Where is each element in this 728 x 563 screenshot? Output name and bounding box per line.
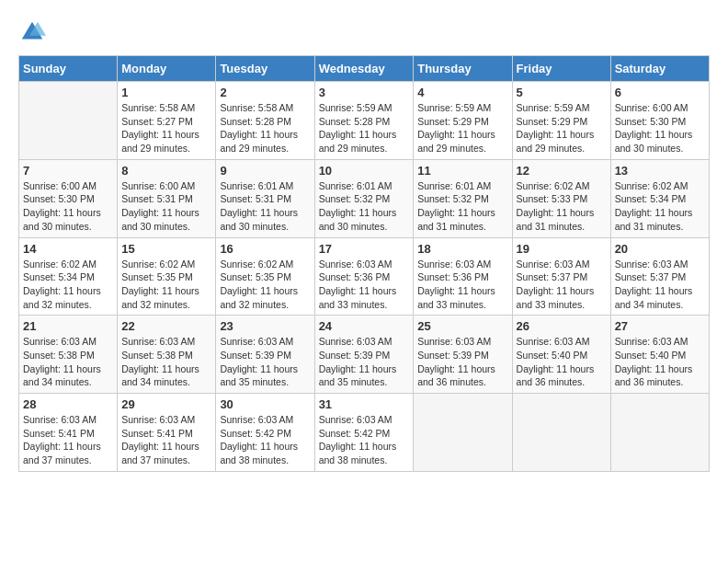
calendar-cell: 21Sunrise: 6:03 AMSunset: 5:38 PMDayligh… (19, 316, 118, 394)
day-info: Sunrise: 6:01 AMSunset: 5:32 PMDaylight:… (319, 179, 410, 234)
calendar-cell: 2Sunrise: 5:58 AMSunset: 5:28 PMDaylight… (216, 82, 314, 160)
day-info: Sunrise: 6:03 AMSunset: 5:36 PMDaylight:… (319, 258, 410, 312)
calendar-cell: 14Sunrise: 6:02 AMSunset: 5:34 PMDayligh… (19, 237, 118, 316)
day-number: 25 (417, 319, 507, 333)
calendar-cell (414, 394, 512, 472)
calendar-cell: 9Sunrise: 6:01 AMSunset: 5:31 PMDaylight… (216, 159, 314, 237)
day-header-saturday: Saturday (610, 56, 709, 82)
calendar-cell (19, 82, 118, 160)
day-info: Sunrise: 6:01 AMSunset: 5:31 PMDaylight:… (220, 179, 310, 234)
day-header-sunday: Sunday (19, 56, 118, 82)
day-info: Sunrise: 6:03 AMSunset: 5:42 PMDaylight:… (319, 413, 410, 467)
calendar-cell: 10Sunrise: 6:01 AMSunset: 5:32 PMDayligh… (314, 159, 414, 237)
day-info: Sunrise: 6:03 AMSunset: 5:38 PMDaylight:… (121, 335, 211, 389)
calendar-cell: 20Sunrise: 6:03 AMSunset: 5:37 PMDayligh… (610, 237, 709, 316)
day-info: Sunrise: 6:02 AMSunset: 5:34 PMDaylight:… (23, 258, 113, 312)
day-info: Sunrise: 5:59 AMSunset: 5:28 PMDaylight:… (319, 101, 410, 155)
day-number: 8 (121, 164, 211, 178)
day-info: Sunrise: 6:03 AMSunset: 5:39 PMDaylight:… (417, 335, 507, 389)
day-number: 3 (319, 86, 410, 99)
day-number: 31 (319, 397, 410, 411)
day-number: 11 (417, 164, 507, 178)
day-header-wednesday: Wednesday (314, 56, 414, 82)
calendar-cell: 22Sunrise: 6:03 AMSunset: 5:38 PMDayligh… (118, 316, 216, 394)
day-info: Sunrise: 6:03 AMSunset: 5:41 PMDaylight:… (23, 413, 113, 467)
day-info: Sunrise: 6:03 AMSunset: 5:40 PMDaylight:… (517, 335, 607, 389)
calendar-cell: 1Sunrise: 5:58 AMSunset: 5:27 PMDaylight… (118, 82, 216, 160)
calendar-cell (610, 394, 709, 472)
day-info: Sunrise: 6:03 AMSunset: 5:39 PMDaylight:… (220, 335, 310, 389)
day-header-tuesday: Tuesday (216, 56, 314, 82)
calendar-week-row: 28Sunrise: 6:03 AMSunset: 5:41 PMDayligh… (19, 394, 710, 472)
day-number: 4 (417, 86, 507, 99)
day-info: Sunrise: 5:59 AMSunset: 5:29 PMDaylight:… (417, 101, 507, 155)
calendar-cell (512, 394, 610, 472)
calendar-cell: 7Sunrise: 6:00 AMSunset: 5:30 PMDaylight… (19, 159, 118, 237)
day-info: Sunrise: 6:02 AMSunset: 5:35 PMDaylight:… (121, 258, 211, 312)
day-number: 18 (417, 242, 507, 256)
calendar-cell: 17Sunrise: 6:03 AMSunset: 5:36 PMDayligh… (314, 237, 414, 316)
day-number: 16 (220, 242, 310, 256)
day-number: 27 (615, 319, 705, 333)
calendar-cell: 24Sunrise: 6:03 AMSunset: 5:39 PMDayligh… (314, 316, 414, 394)
day-info: Sunrise: 6:03 AMSunset: 5:40 PMDaylight:… (615, 335, 705, 389)
calendar-cell: 19Sunrise: 6:03 AMSunset: 5:37 PMDayligh… (512, 237, 610, 316)
calendar-cell: 8Sunrise: 6:00 AMSunset: 5:31 PMDaylight… (118, 159, 216, 237)
calendar-cell: 28Sunrise: 6:03 AMSunset: 5:41 PMDayligh… (19, 394, 118, 472)
day-number: 9 (220, 164, 310, 178)
day-number: 30 (220, 397, 310, 411)
day-header-thursday: Thursday (414, 56, 512, 82)
day-number: 26 (517, 319, 607, 333)
logo (18, 18, 50, 46)
day-number: 29 (121, 397, 211, 411)
day-info: Sunrise: 5:59 AMSunset: 5:29 PMDaylight:… (517, 101, 607, 155)
day-number: 22 (121, 319, 211, 333)
calendar-cell: 12Sunrise: 6:02 AMSunset: 5:33 PMDayligh… (512, 159, 610, 237)
day-info: Sunrise: 6:03 AMSunset: 5:39 PMDaylight:… (319, 335, 410, 389)
logo-icon (18, 18, 46, 46)
day-number: 6 (615, 86, 705, 99)
day-info: Sunrise: 6:03 AMSunset: 5:41 PMDaylight:… (121, 413, 211, 467)
calendar-cell: 4Sunrise: 5:59 AMSunset: 5:29 PMDaylight… (414, 82, 512, 160)
day-info: Sunrise: 6:03 AMSunset: 5:42 PMDaylight:… (220, 413, 310, 467)
day-number: 19 (517, 242, 607, 256)
day-info: Sunrise: 6:01 AMSunset: 5:32 PMDaylight:… (417, 179, 507, 234)
calendar-cell: 15Sunrise: 6:02 AMSunset: 5:35 PMDayligh… (118, 237, 216, 316)
calendar-week-row: 14Sunrise: 6:02 AMSunset: 5:34 PMDayligh… (19, 237, 710, 316)
day-info: Sunrise: 6:02 AMSunset: 5:34 PMDaylight:… (615, 179, 705, 234)
day-info: Sunrise: 6:00 AMSunset: 5:30 PMDaylight:… (615, 101, 705, 155)
day-number: 23 (220, 319, 310, 333)
calendar-cell: 23Sunrise: 6:03 AMSunset: 5:39 PMDayligh… (216, 316, 314, 394)
calendar-cell: 11Sunrise: 6:01 AMSunset: 5:32 PMDayligh… (414, 159, 512, 237)
day-info: Sunrise: 6:03 AMSunset: 5:38 PMDaylight:… (23, 335, 113, 389)
day-info: Sunrise: 6:00 AMSunset: 5:30 PMDaylight:… (23, 179, 113, 234)
day-number: 7 (23, 164, 113, 178)
calendar-week-row: 21Sunrise: 6:03 AMSunset: 5:38 PMDayligh… (19, 316, 710, 394)
day-info: Sunrise: 6:00 AMSunset: 5:31 PMDaylight:… (121, 179, 211, 234)
day-info: Sunrise: 6:02 AMSunset: 5:35 PMDaylight:… (220, 258, 310, 312)
calendar-cell: 30Sunrise: 6:03 AMSunset: 5:42 PMDayligh… (216, 394, 314, 472)
day-number: 20 (615, 242, 705, 256)
day-number: 15 (121, 242, 211, 256)
calendar-cell: 16Sunrise: 6:02 AMSunset: 5:35 PMDayligh… (216, 237, 314, 316)
calendar-cell: 5Sunrise: 5:59 AMSunset: 5:29 PMDaylight… (512, 82, 610, 160)
day-info: Sunrise: 5:58 AMSunset: 5:27 PMDaylight:… (121, 101, 211, 155)
calendar-cell: 31Sunrise: 6:03 AMSunset: 5:42 PMDayligh… (314, 394, 414, 472)
calendar-week-row: 1Sunrise: 5:58 AMSunset: 5:27 PMDaylight… (19, 82, 710, 160)
day-info: Sunrise: 6:03 AMSunset: 5:37 PMDaylight:… (517, 258, 607, 312)
page-header (18, 18, 710, 46)
day-number: 24 (319, 319, 410, 333)
day-info: Sunrise: 6:03 AMSunset: 5:37 PMDaylight:… (615, 258, 705, 312)
day-number: 28 (23, 397, 113, 411)
calendar-cell: 6Sunrise: 6:00 AMSunset: 5:30 PMDaylight… (610, 82, 709, 160)
day-number: 14 (23, 242, 113, 256)
calendar-cell: 25Sunrise: 6:03 AMSunset: 5:39 PMDayligh… (414, 316, 512, 394)
calendar-header-row: SundayMondayTuesdayWednesdayThursdayFrid… (19, 56, 710, 82)
day-header-monday: Monday (118, 56, 216, 82)
day-number: 12 (517, 164, 607, 178)
calendar-cell: 29Sunrise: 6:03 AMSunset: 5:41 PMDayligh… (118, 394, 216, 472)
day-number: 21 (23, 319, 113, 333)
day-header-friday: Friday (512, 56, 610, 82)
day-number: 1 (121, 86, 211, 99)
calendar-table: SundayMondayTuesdayWednesdayThursdayFrid… (18, 55, 710, 472)
